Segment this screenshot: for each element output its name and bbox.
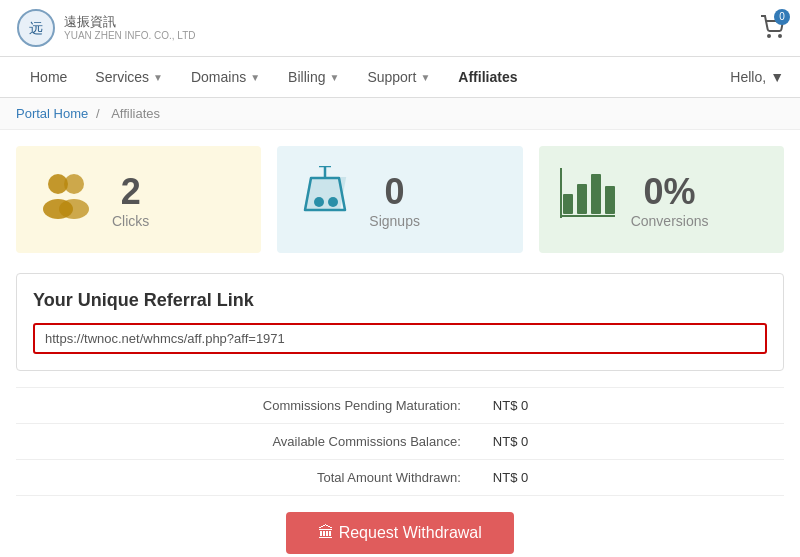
clicks-number: 2 xyxy=(121,171,141,213)
signups-number: 0 xyxy=(385,171,405,213)
svg-rect-14 xyxy=(591,174,601,214)
svg-point-9 xyxy=(328,197,338,207)
stat-card-clicks: 2 Clicks xyxy=(16,146,261,253)
top-bar: 远 遠振資訊 YUAN ZHEN INFO. CO., LTD 0 xyxy=(0,0,800,57)
referral-section: Your Unique Referral Link xyxy=(16,273,784,371)
commission-label-3: Total Amount Withdrawn: xyxy=(16,460,477,496)
conversions-number: 0% xyxy=(644,171,696,213)
nav-left: Home Services ▼ Domains ▼ Billing ▼ Supp… xyxy=(16,57,531,97)
stat-card-conversions: 0% Conversions xyxy=(539,146,784,253)
breadcrumb-separator: / xyxy=(96,106,100,121)
hello-chevron[interactable]: ▼ xyxy=(770,69,784,85)
signups-label: Signups xyxy=(369,213,420,229)
conversions-label: Conversions xyxy=(631,213,709,229)
svg-point-7 xyxy=(59,199,89,219)
signups-icon xyxy=(297,166,353,233)
domains-chevron: ▼ xyxy=(250,72,260,83)
request-withdrawal-button[interactable]: 🏛 Request Withdrawal xyxy=(286,512,514,554)
logo-area[interactable]: 远 遠振資訊 YUAN ZHEN INFO. CO., LTD xyxy=(16,8,196,48)
stat-card-signups: 0 Signups xyxy=(277,146,522,253)
svg-point-2 xyxy=(768,35,770,37)
support-chevron: ▼ xyxy=(420,72,430,83)
breadcrumb-current: Affiliates xyxy=(111,106,160,121)
nav-billing[interactable]: Billing ▼ xyxy=(274,57,353,97)
billing-chevron: ▼ xyxy=(329,72,339,83)
commission-row-2: Available Commissions Balance: NT$ 0 xyxy=(16,424,784,460)
breadcrumb: Portal Home / Affiliates xyxy=(0,98,800,130)
nav-support[interactable]: Support ▼ xyxy=(353,57,444,97)
logo-text: 遠振資訊 YUAN ZHEN INFO. CO., LTD xyxy=(64,14,196,42)
nav: Home Services ▼ Domains ▼ Billing ▼ Supp… xyxy=(0,57,800,98)
commission-label-1: Commissions Pending Maturation: xyxy=(16,388,477,424)
svg-rect-13 xyxy=(577,184,587,214)
commission-label-2: Available Commissions Balance: xyxy=(16,424,477,460)
conversions-icon xyxy=(559,166,615,233)
referral-title: Your Unique Referral Link xyxy=(33,290,767,311)
clicks-label: Clicks xyxy=(112,213,149,229)
nav-services[interactable]: Services ▼ xyxy=(81,57,177,97)
referral-url-input[interactable] xyxy=(33,323,767,354)
svg-point-8 xyxy=(314,197,324,207)
svg-rect-15 xyxy=(605,186,615,214)
nav-home[interactable]: Home xyxy=(16,57,81,97)
commission-row-1: Commissions Pending Maturation: NT$ 0 xyxy=(16,388,784,424)
commission-value-2: NT$ 0 xyxy=(477,424,784,460)
commission-value-3: NT$ 0 xyxy=(477,460,784,496)
commission-table: Commissions Pending Maturation: NT$ 0 Av… xyxy=(16,387,784,496)
breadcrumb-home[interactable]: Portal Home xyxy=(16,106,88,121)
signups-info: 0 Signups xyxy=(369,171,420,229)
nav-affiliates[interactable]: Affiliates xyxy=(444,57,531,97)
top-bar-right: 0 xyxy=(760,15,784,42)
svg-rect-12 xyxy=(563,194,573,214)
services-chevron: ▼ xyxy=(153,72,163,83)
cart-icon[interactable]: 0 xyxy=(760,15,784,42)
logo-icon: 远 xyxy=(16,8,56,48)
svg-text:远: 远 xyxy=(29,20,43,36)
cart-count: 0 xyxy=(774,9,790,25)
hello-label: Hello, xyxy=(730,69,766,85)
commission-row-3: Total Amount Withdrawn: NT$ 0 xyxy=(16,460,784,496)
svg-point-3 xyxy=(779,35,781,37)
commission-value-1: NT$ 0 xyxy=(477,388,784,424)
nav-right: Hello, ▼ xyxy=(730,69,784,85)
conversions-info: 0% Conversions xyxy=(631,171,709,229)
nav-domains[interactable]: Domains ▼ xyxy=(177,57,274,97)
stats-row: 2 Clicks 0 Signups xyxy=(16,146,784,253)
clicks-icon xyxy=(36,169,96,230)
clicks-info: 2 Clicks xyxy=(112,171,149,229)
svg-point-5 xyxy=(64,174,84,194)
main-content: 2 Clicks 0 Signups xyxy=(0,130,800,557)
